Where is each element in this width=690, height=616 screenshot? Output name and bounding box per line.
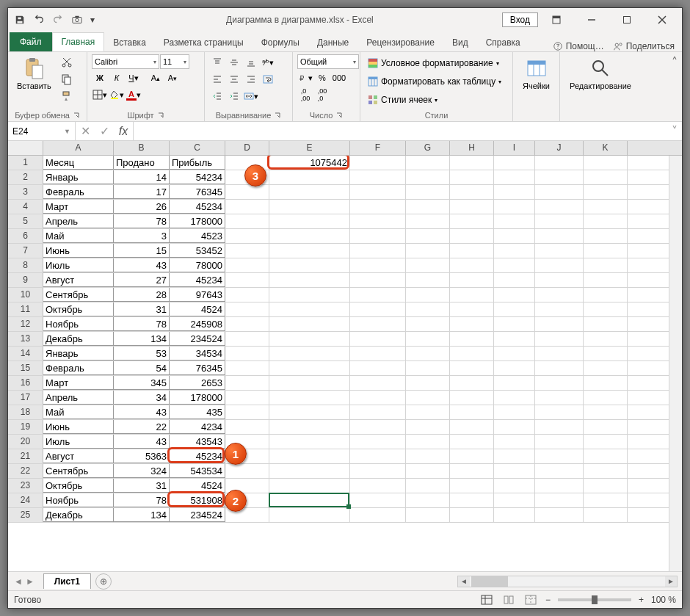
tab-page-layout[interactable]: Разметка страницы xyxy=(155,34,253,51)
row-header[interactable]: 1 xyxy=(8,156,43,170)
align-top-icon[interactable] xyxy=(209,54,225,70)
cell[interactable]: Октябрь xyxy=(43,479,114,493)
zoom-level[interactable]: 100 % xyxy=(651,595,676,605)
cell[interactable]: 45234 xyxy=(170,200,225,214)
cell[interactable] xyxy=(584,508,628,522)
horizontal-scrollbar[interactable]: ◄ ► xyxy=(457,576,678,587)
cell[interactable] xyxy=(406,449,450,463)
row-header[interactable]: 15 xyxy=(8,361,43,375)
cell[interactable]: 4523 xyxy=(170,229,225,243)
cell[interactable] xyxy=(350,302,406,316)
wrap-text-icon[interactable] xyxy=(260,71,276,87)
cell[interactable] xyxy=(406,185,450,199)
cell[interactable] xyxy=(494,170,535,184)
alignment-dialog-launcher-icon[interactable] xyxy=(274,112,281,119)
cell[interactable] xyxy=(450,347,494,360)
row-header[interactable]: 6 xyxy=(8,229,43,243)
cell[interactable]: 324 xyxy=(114,464,170,478)
cell[interactable] xyxy=(269,376,350,390)
cell[interactable] xyxy=(406,479,450,493)
cell[interactable] xyxy=(450,464,494,478)
cell[interactable]: Июль xyxy=(43,435,114,449)
col-header-K[interactable]: K xyxy=(584,141,628,155)
cell[interactable] xyxy=(450,405,494,419)
cell[interactable]: Сентябрь xyxy=(43,288,114,302)
cell[interactable] xyxy=(350,464,406,478)
cell[interactable]: Прибыль xyxy=(170,156,225,170)
cell[interactable]: 4234 xyxy=(170,420,225,434)
page-layout-view-icon[interactable] xyxy=(501,593,516,606)
cell[interactable] xyxy=(494,435,535,449)
cell[interactable]: Август xyxy=(43,449,114,463)
borders-icon[interactable]: ▾ xyxy=(92,87,108,103)
cell[interactable] xyxy=(450,391,494,405)
cell[interactable] xyxy=(406,332,450,346)
increase-indent-icon[interactable] xyxy=(226,88,242,104)
col-header-J[interactable]: J xyxy=(535,141,584,155)
cell[interactable]: 31 xyxy=(114,302,170,316)
align-center-icon[interactable] xyxy=(226,71,242,87)
cell[interactable] xyxy=(535,493,584,507)
cell[interactable] xyxy=(225,420,269,434)
copy-icon[interactable] xyxy=(59,71,75,87)
cell[interactable] xyxy=(535,361,584,375)
cell[interactable] xyxy=(450,288,494,302)
cell[interactable]: 45234 xyxy=(170,273,225,287)
signin-button[interactable]: Вход xyxy=(502,12,538,27)
cell[interactable] xyxy=(584,229,628,243)
cell[interactable] xyxy=(535,405,584,419)
cell[interactable]: 43 xyxy=(114,435,170,449)
cell[interactable]: 97643 xyxy=(170,288,225,302)
cell[interactable] xyxy=(406,214,450,228)
cell[interactable] xyxy=(584,332,628,346)
cell[interactable] xyxy=(269,361,350,375)
cell[interactable]: 2653 xyxy=(170,376,225,390)
tab-review[interactable]: Рецензирование xyxy=(357,34,443,51)
cell[interactable]: 27 xyxy=(114,273,170,287)
cell[interactable] xyxy=(225,229,269,243)
cell[interactable]: Август xyxy=(43,273,114,287)
cell[interactable] xyxy=(350,435,406,449)
cell[interactable]: 17 xyxy=(114,185,170,199)
cell[interactable] xyxy=(535,479,584,493)
decrease-decimal-icon[interactable]: ,00,0 xyxy=(314,87,330,103)
cell[interactable]: 43 xyxy=(114,405,170,419)
cell[interactable] xyxy=(406,435,450,449)
cell[interactable] xyxy=(406,464,450,478)
cell[interactable] xyxy=(350,479,406,493)
cell[interactable] xyxy=(494,156,535,170)
cell[interactable] xyxy=(406,244,450,258)
cell[interactable] xyxy=(494,273,535,287)
cell[interactable] xyxy=(494,405,535,419)
col-header-D[interactable]: D xyxy=(225,141,269,155)
cell[interactable] xyxy=(225,391,269,405)
cell[interactable] xyxy=(225,258,269,272)
cancel-formula-icon[interactable]: ✕ xyxy=(76,122,95,140)
cell[interactable] xyxy=(535,508,584,522)
tellme-button[interactable]: Помощ… xyxy=(553,41,604,51)
cell[interactable] xyxy=(584,317,628,331)
cell[interactable] xyxy=(225,376,269,390)
col-header-I[interactable]: I xyxy=(494,141,535,155)
tab-view[interactable]: Вид xyxy=(443,34,477,51)
zoom-in-icon[interactable]: + xyxy=(639,595,644,605)
cell[interactable] xyxy=(269,332,350,346)
cell[interactable]: 234524 xyxy=(170,332,225,346)
cell[interactable] xyxy=(535,273,584,287)
cell[interactable]: 26 xyxy=(114,200,170,214)
cell[interactable]: 245908 xyxy=(170,317,225,331)
percent-format-icon[interactable]: % xyxy=(314,70,330,86)
cell[interactable]: 178000 xyxy=(170,391,225,405)
cell[interactable]: Январь xyxy=(43,170,114,184)
clipboard-dialog-launcher-icon[interactable] xyxy=(73,112,80,119)
cell[interactable] xyxy=(406,493,450,507)
cell[interactable] xyxy=(225,464,269,478)
cell[interactable] xyxy=(494,347,535,360)
fill-color-icon[interactable]: ▾ xyxy=(109,87,125,103)
cell[interactable] xyxy=(584,288,628,302)
accounting-format-icon[interactable]: ₽▾ xyxy=(297,70,313,86)
cell[interactable] xyxy=(225,273,269,287)
prev-sheet-icon[interactable]: ◄ xyxy=(14,576,23,587)
cell[interactable] xyxy=(450,229,494,243)
cell[interactable] xyxy=(584,200,628,214)
